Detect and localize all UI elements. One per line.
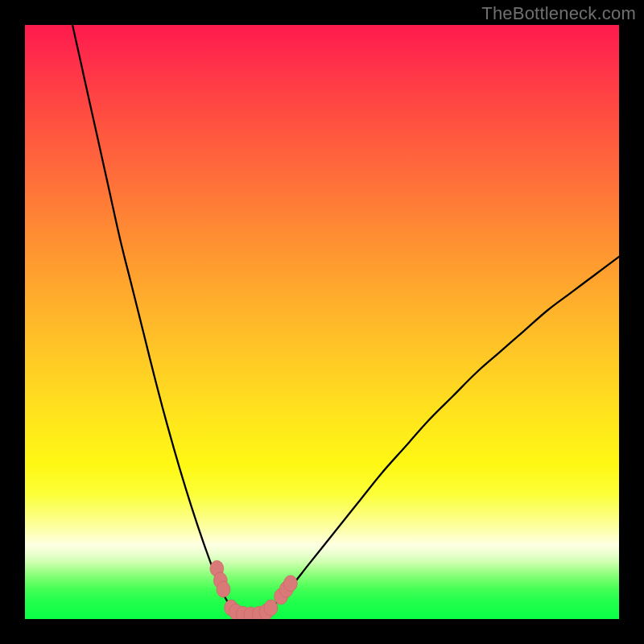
curve-marker xyxy=(217,581,230,597)
plot-area xyxy=(25,25,619,619)
watermark-text: TheBottleneck.com xyxy=(481,3,636,24)
bottleneck-curve xyxy=(72,25,619,616)
curve-marker xyxy=(264,600,278,616)
curve-marker xyxy=(283,576,297,592)
chart-frame: TheBottleneck.com xyxy=(0,0,644,644)
curve-layer xyxy=(25,25,619,619)
